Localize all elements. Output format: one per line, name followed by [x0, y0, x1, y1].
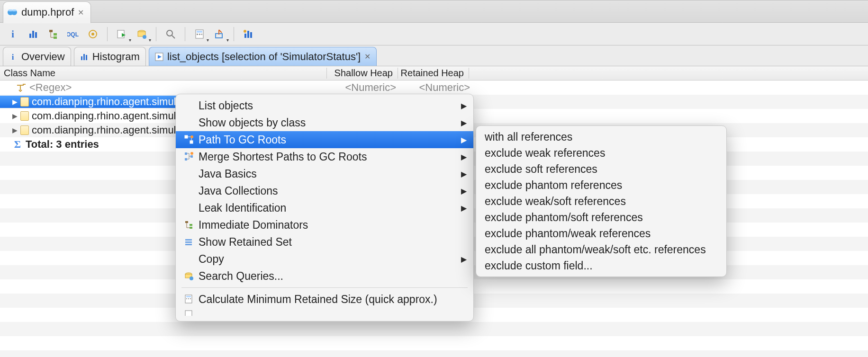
class-icon [20, 111, 29, 121]
svg-text:OQL: OQL [67, 31, 79, 38]
svg-rect-27 [244, 34, 246, 38]
menu-leak-identification[interactable]: Leak Identification ▶ [176, 199, 473, 216]
memory-analyzer-window: dump.hprof ✕ i OQL ▾ ▾ [0, 0, 868, 357]
tab-list-objects[interactable]: list_objects [selection of 'SimulatorSta… [149, 47, 377, 66]
submenu-arrow-icon: ▶ [458, 255, 467, 264]
histogram-icon[interactable] [25, 27, 42, 42]
class-name: com.dianping.rhino.agent.simula [32, 96, 182, 108]
list-objects-icon [155, 53, 163, 61]
svg-rect-24 [199, 34, 200, 35]
close-tab-icon[interactable]: ✕ [364, 52, 371, 61]
menu-separator [181, 287, 468, 288]
filter-row[interactable]: <Regex> <Numeric> <Numeric> [0, 80, 868, 95]
menu-merge-shortest-paths[interactable]: Merge Shortest Paths to GC Roots ▶ [176, 148, 473, 165]
menu-copy[interactable]: Copy ▶ [176, 250, 473, 268]
svg-rect-55 [186, 298, 187, 299]
expand-icon[interactable]: ▶ [12, 112, 18, 120]
context-menu: List objects ▶ Show objects by class ▶ P… [175, 94, 474, 321]
heap-dump-icon [7, 7, 18, 18]
menu-java-basics[interactable]: Java Basics ▶ [176, 165, 473, 182]
submenu-item[interactable]: exclude weak references [476, 145, 726, 161]
svg-rect-10 [54, 36, 57, 39]
submenu-label: exclude phantom/soft references [485, 211, 643, 224]
submenu-label: exclude all phantom/weak/soft etc. refer… [485, 243, 706, 256]
info-icon[interactable]: i [5, 27, 22, 42]
svg-rect-42 [190, 155, 193, 158]
submenu-item[interactable]: exclude phantom references [476, 177, 726, 193]
menu-show-retained-set[interactable]: Show Retained Set [176, 233, 473, 250]
toolbar-separator [234, 27, 234, 41]
submenu-arrow-icon: ▶ [458, 187, 467, 196]
svg-rect-58 [185, 311, 192, 316]
submenu-item[interactable]: exclude all phantom/weak/soft etc. refer… [476, 241, 726, 258]
svg-rect-23 [197, 34, 198, 35]
menu-list-objects[interactable]: List objects ▶ [176, 97, 473, 114]
editor-tab-dump[interactable]: dump.hprof ✕ [3, 1, 91, 23]
svg-point-18 [143, 35, 146, 39]
svg-text:i: i [12, 53, 14, 61]
svg-rect-9 [54, 33, 57, 36]
svg-rect-28 [247, 31, 249, 38]
menu-show-objects-by-class[interactable]: Show objects by class ▶ [176, 114, 473, 131]
submenu-item[interactable]: exclude phantom/soft references [476, 209, 726, 225]
run-report-icon[interactable]: ▾ [113, 27, 130, 42]
histogram-icon [80, 53, 89, 61]
toolbar-separator [107, 27, 108, 41]
submenu-arrow-icon: ▶ [458, 204, 467, 213]
tab-overview[interactable]: i Overview [3, 47, 71, 66]
svg-rect-6 [32, 31, 34, 38]
svg-point-3 [12, 9, 17, 11]
svg-rect-49 [185, 244, 192, 245]
tab-histogram[interactable]: Histogram [74, 47, 146, 66]
menu-path-to-gc-roots[interactable]: Path To GC Roots ▶ [176, 131, 473, 148]
close-tab-icon[interactable]: ✕ [78, 8, 84, 17]
submenu-item[interactable]: exclude phantom/weak references [476, 225, 726, 241]
search-icon[interactable] [162, 27, 179, 42]
submenu-item[interactable]: exclude weak/soft references [476, 193, 726, 209]
menu-calc-min-retained[interactable]: Calculate Minimum Retained Size (quick a… [176, 291, 473, 308]
merge-path-icon [182, 152, 196, 161]
submenu-arrow-icon: ▶ [458, 101, 467, 110]
menu-immediate-dominators[interactable]: Immediate Dominators [176, 216, 473, 233]
menu-java-collections[interactable]: Java Collections ▶ [176, 182, 473, 199]
thread-icon[interactable] [84, 27, 101, 42]
menu-label: Immediate Dominators [196, 219, 458, 232]
dominator-tree-icon[interactable] [45, 27, 62, 42]
menu-label: Merge Shortest Paths to GC Roots [196, 151, 458, 163]
submenu-item[interactable]: exclude custom field... [476, 258, 726, 274]
submenu-arrow-icon: ▶ [458, 118, 467, 127]
menu-search-queries[interactable]: Search Queries... [176, 268, 473, 285]
calculator-icon[interactable]: ▾ [191, 27, 208, 42]
svg-rect-29 [250, 32, 252, 38]
menu-label: Calculate Minimum Retained Size (quick a… [196, 293, 458, 306]
expand-icon[interactable]: ▶ [12, 98, 18, 106]
menu-item-truncated[interactable] [176, 308, 473, 318]
column-shallow-heap[interactable]: Shallow Heap [327, 68, 398, 79]
submenu-arrow-icon: ▶ [458, 170, 467, 178]
search-queries-icon [182, 271, 196, 281]
menu-label: List objects [196, 99, 458, 112]
svg-rect-34 [86, 55, 87, 60]
submenu-label: exclude phantom/weak references [485, 227, 651, 240]
submenu-arrow-icon: ▶ [458, 135, 467, 144]
dominator-tree-icon [182, 220, 196, 230]
menu-label: Show objects by class [196, 116, 458, 129]
menu-label: Search Queries... [196, 270, 458, 283]
menu-label: Show Retained Set [196, 236, 458, 249]
total-label: Total: 3 entries [26, 138, 99, 151]
group-histogram-icon[interactable] [240, 27, 257, 42]
expand-icon[interactable]: ▶ [12, 126, 18, 134]
svg-rect-48 [185, 241, 192, 243]
svg-rect-32 [81, 56, 82, 60]
column-retained-heap[interactable]: Retained Heap [398, 68, 469, 79]
submenu-item[interactable]: exclude soft references [476, 161, 726, 177]
export-icon[interactable]: ▾ [211, 27, 228, 42]
submenu-label: exclude custom field... [485, 259, 593, 272]
submenu-item[interactable]: with all references [476, 129, 726, 145]
toolbar-separator [185, 27, 185, 41]
filter-retained: <Numeric> [404, 81, 475, 94]
menu-label: Copy [196, 253, 458, 266]
oql-icon[interactable]: OQL [64, 27, 81, 42]
column-class-name[interactable]: Class Name [0, 68, 327, 79]
query-browser-icon[interactable]: ▾ [133, 27, 150, 42]
